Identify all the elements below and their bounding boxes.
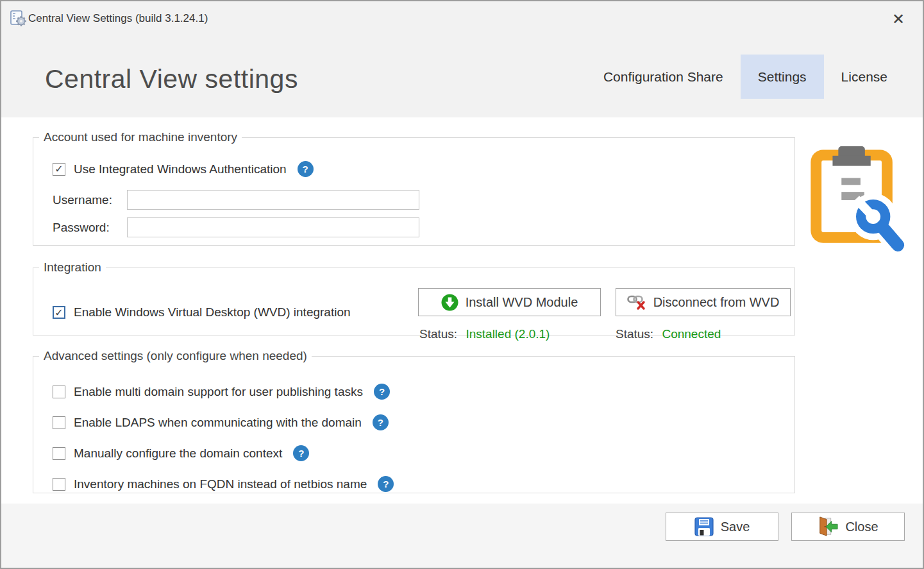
domain-context-help-button[interactable]: ? [293, 445, 309, 461]
ldaps-help-button[interactable]: ? [373, 414, 389, 430]
close-dialog-button[interactable]: Close [791, 513, 905, 541]
install-status-label: Status: [419, 327, 457, 341]
fqdn-label: Inventory machines on FQDN instead of ne… [74, 477, 367, 491]
adv-row-ldaps: Enable LDAPS when communicating with the… [53, 414, 794, 431]
disconnect-status: Status: Connected [616, 327, 721, 341]
group-integration: Integration ✓ Enable Windows Virtual Des… [33, 260, 795, 335]
password-label: Password: [53, 221, 127, 235]
download-icon [441, 294, 458, 311]
ldaps-checkbox[interactable] [53, 416, 65, 429]
fqdn-help-button[interactable]: ? [378, 476, 394, 492]
multi-domain-label: Enable multi domain support for user pub… [74, 385, 363, 399]
disconnect-button-label: Disconnect from WVD [653, 295, 780, 310]
help-icon: ? [383, 479, 389, 489]
footer-bar: Save Close [1, 504, 923, 568]
username-row: Username: [53, 190, 794, 210]
tab-configuration-share[interactable]: Configuration Share [586, 55, 741, 99]
help-icon: ? [378, 417, 383, 428]
install-wvd-module-button[interactable]: Install WVD Module [418, 288, 601, 316]
wvd-checkbox[interactable]: ✓ [53, 306, 65, 319]
help-icon: ? [303, 164, 308, 174]
check-icon: ✓ [55, 163, 63, 175]
iwa-checkbox[interactable]: ✓ [53, 163, 65, 176]
app-icon [10, 10, 28, 28]
domain-context-label: Manually configure the domain context [74, 446, 282, 461]
password-row: Password: [53, 217, 794, 237]
save-button[interactable]: Save [666, 513, 778, 541]
iwa-help-button[interactable]: ? [298, 161, 314, 177]
window-title: Central View Settings (build 3.1.24.1) [28, 12, 208, 25]
disconnect-status-label: Status: [616, 327, 653, 341]
broken-link-icon [627, 294, 646, 310]
group-advanced-legend: Advanced settings (only configure when n… [39, 349, 312, 363]
tab-settings[interactable]: Settings [741, 55, 824, 99]
check-icon: ✓ [55, 307, 63, 319]
adv-row-fqdn: Inventory machines on FQDN instead of ne… [53, 475, 794, 493]
group-account-legend: Account used for machine inventory [39, 130, 242, 144]
save-button-label: Save [721, 520, 750, 534]
fqdn-checkbox[interactable] [53, 478, 65, 491]
install-status-value: Installed (2.0.1) [466, 327, 550, 341]
disconnect-from-wvd-button[interactable]: Disconnect from WVD [616, 288, 791, 316]
header-area: Central View Settings (build 3.1.24.1) ✕… [1, 1, 923, 117]
group-integration-legend: Integration [39, 260, 106, 275]
adv-row-multi-domain: Enable multi domain support for user pub… [53, 383, 794, 400]
username-label: Username: [53, 193, 127, 207]
exit-door-icon [818, 516, 838, 537]
install-button-label: Install WVD Module [466, 295, 578, 310]
wvd-label: Enable Windows Virtual Desktop (WVD) int… [74, 305, 351, 319]
clipboard-wrench-icon [809, 145, 905, 253]
install-status: Status: Installed (2.0.1) [419, 327, 550, 341]
help-icon: ? [379, 386, 385, 397]
disconnect-status-value: Connected [662, 327, 721, 341]
group-account: Account used for machine inventory ✓ Use… [33, 130, 795, 246]
titlebar: Central View Settings (build 3.1.24.1) ✕ [1, 1, 923, 37]
close-button-label: Close [845, 520, 878, 534]
tab-license[interactable]: License [824, 55, 905, 99]
multi-domain-help-button[interactable]: ? [374, 384, 390, 400]
password-input[interactable] [127, 217, 419, 237]
help-icon: ? [298, 448, 304, 459]
save-icon [694, 517, 714, 536]
domain-context-checkbox[interactable] [53, 447, 65, 460]
ldaps-label: Enable LDAPS when communicating with the… [74, 416, 362, 430]
close-icon: ✕ [892, 10, 905, 28]
group-advanced: Advanced settings (only configure when n… [33, 349, 795, 493]
adv-row-domain-context: Manually configure the domain context ? [53, 445, 794, 462]
tab-bar: Configuration Share Settings License [586, 55, 905, 99]
multi-domain-checkbox[interactable] [53, 386, 65, 398]
iwa-label: Use Integrated Windows Authentication [74, 162, 287, 176]
page-title: Central View settings [45, 64, 298, 94]
wvd-row: ✓ Enable Windows Virtual Desktop (WVD) i… [53, 305, 351, 319]
username-input[interactable] [127, 190, 419, 210]
iwa-row: ✓ Use Integrated Windows Authentication … [53, 161, 794, 177]
close-window-button[interactable]: ✕ [887, 9, 910, 30]
settings-window: Central View Settings (build 3.1.24.1) ✕… [0, 0, 924, 569]
